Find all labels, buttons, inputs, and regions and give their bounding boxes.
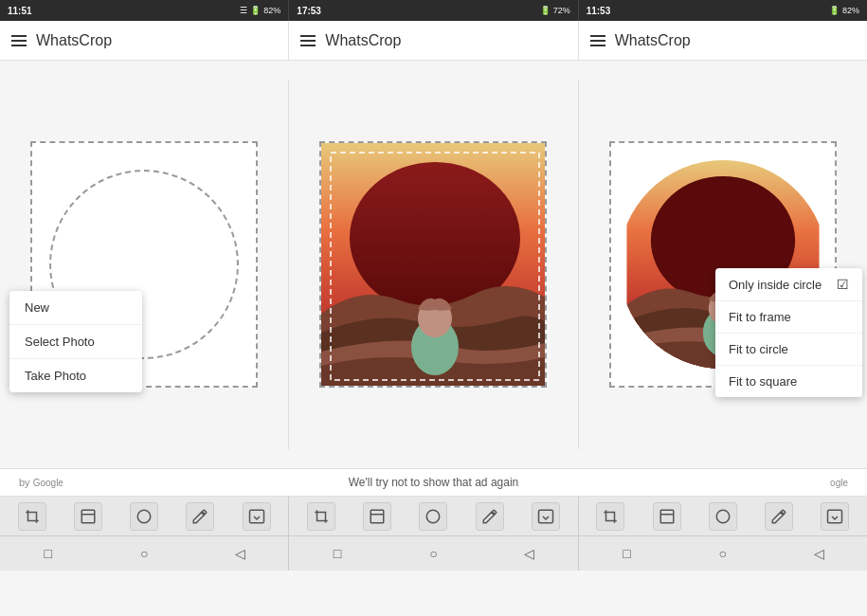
- main-content: New Select Photo Take Photo: [0, 61, 867, 468]
- tool-crop-3[interactable]: [596, 502, 624, 531]
- nav-circle-icon-2[interactable]: ○: [423, 543, 443, 564]
- svg-rect-12: [249, 510, 263, 523]
- svg-rect-16: [539, 510, 553, 523]
- nav-circle-icon-3[interactable]: ○: [713, 543, 733, 564]
- nav-back-icon-3[interactable]: ◁: [808, 543, 829, 564]
- app-title-3: WhatsCrop: [615, 32, 691, 49]
- time-2: 17:53: [297, 6, 321, 16]
- hamburger-icon-3[interactable]: [590, 35, 605, 46]
- toolbar-row-1: [0, 497, 867, 536]
- tool-pencil-1[interactable]: [186, 502, 214, 531]
- context-item-fit-to-frame[interactable]: Fit to frame: [715, 301, 862, 334]
- menu-item-take-photo[interactable]: Take Photo: [9, 359, 142, 392]
- tool-pencil-2[interactable]: [476, 502, 504, 531]
- status-bar-2: 17:53 🔋 72%: [289, 0, 578, 21]
- canvas-2[interactable]: [319, 141, 547, 388]
- tool-crop-alt-1[interactable]: [74, 502, 102, 531]
- tool-edit-1[interactable]: [243, 502, 271, 531]
- context-item-fit-to-circle[interactable]: Fit to circle: [715, 334, 862, 366]
- app-title-1: WhatsCrop: [36, 32, 112, 49]
- tool-circle-3[interactable]: [709, 502, 737, 531]
- panel-2: [289, 80, 578, 449]
- tool-edit-2[interactable]: [532, 502, 560, 531]
- status-bar-1: 11:51 ☰ 🔋 82%: [0, 0, 289, 21]
- nav-square-icon-1[interactable]: □: [38, 543, 59, 564]
- panel-3: Only inside circle ☑ Fit to frame Fit to…: [579, 80, 867, 449]
- nav-back-icon-2[interactable]: ◁: [519, 543, 540, 564]
- status-icons-2: 🔋 72%: [540, 6, 570, 15]
- nav-square-icon-2[interactable]: □: [327, 543, 348, 564]
- ad-by-google: by Google: [19, 477, 63, 488]
- ad-right-text: ogle: [830, 477, 848, 488]
- context-item-only-inside-circle[interactable]: Only inside circle ☑: [715, 268, 862, 301]
- app-bar-1: WhatsCrop: [0, 21, 289, 60]
- ad-text: We'll try not to show that ad again: [349, 476, 519, 489]
- time-3: 11:53: [587, 6, 611, 16]
- bottom-nav: □ ○ ◁ □ ○ ◁ □ ○ ◁: [0, 536, 867, 571]
- status-bar-3: 11:53 🔋 82%: [579, 0, 867, 21]
- status-icons-3: 🔋 82%: [829, 6, 859, 15]
- app-bars: WhatsCrop WhatsCrop WhatsCrop: [0, 21, 867, 61]
- selection-overlay-2: [321, 143, 547, 388]
- app-bar-2: WhatsCrop: [289, 21, 578, 60]
- menu-item-select-photo[interactable]: Select Photo: [9, 325, 142, 359]
- svg-rect-17: [660, 510, 674, 523]
- svg-rect-20: [828, 510, 842, 523]
- checkmark-icon: ☑: [837, 277, 849, 292]
- time-1: 11:51: [8, 6, 32, 16]
- tool-circle-2[interactable]: [419, 502, 447, 531]
- svg-rect-13: [370, 510, 384, 523]
- app-title-2: WhatsCrop: [325, 32, 401, 49]
- bottom-nav-section-3: □ ○ ◁: [579, 536, 867, 571]
- nav-back-icon-1[interactable]: ◁: [230, 543, 251, 564]
- tool-crop-alt-3[interactable]: [653, 502, 681, 531]
- tool-circle-1[interactable]: [130, 502, 158, 531]
- hamburger-icon-2[interactable]: [300, 35, 316, 46]
- tool-crop-2[interactable]: [307, 502, 335, 531]
- panel-1: New Select Photo Take Photo: [0, 80, 289, 449]
- context-menu: Only inside circle ☑ Fit to frame Fit to…: [715, 268, 862, 397]
- bottom-nav-section-2: □ ○ ◁: [289, 536, 578, 571]
- nav-square-icon-3[interactable]: □: [616, 543, 637, 564]
- status-bars: 11:51 ☰ 🔋 82% 17:53 🔋 72% 11:53 🔋 82%: [0, 0, 867, 21]
- tool-crop-alt-2[interactable]: [363, 502, 391, 531]
- status-icons-1: ☰ 🔋 82%: [240, 6, 280, 15]
- svg-rect-9: [81, 510, 95, 523]
- tool-crop-1[interactable]: [18, 502, 46, 531]
- ad-banner: by Google We'll try not to show that ad …: [0, 468, 867, 497]
- toolbar-section-3: [579, 497, 867, 535]
- toolbar-section-1: [0, 497, 289, 535]
- toolbars: [0, 497, 867, 536]
- svg-rect-4: [331, 153, 539, 380]
- menu-item-new[interactable]: New: [9, 291, 142, 325]
- popup-menu: New Select Photo Take Photo: [9, 291, 142, 392]
- tool-edit-3[interactable]: [821, 502, 849, 531]
- svg-point-15: [427, 510, 441, 523]
- bottom-nav-section-1: □ ○ ◁: [0, 536, 289, 571]
- svg-point-19: [716, 510, 730, 523]
- context-item-fit-to-square[interactable]: Fit to square: [715, 366, 862, 397]
- svg-point-11: [137, 510, 151, 523]
- hamburger-icon-1[interactable]: [11, 35, 27, 46]
- nav-circle-icon-1[interactable]: ○: [134, 543, 154, 564]
- toolbar-section-2: [289, 497, 578, 535]
- app-bar-3: WhatsCrop: [579, 21, 867, 60]
- tool-pencil-3[interactable]: [765, 502, 793, 531]
